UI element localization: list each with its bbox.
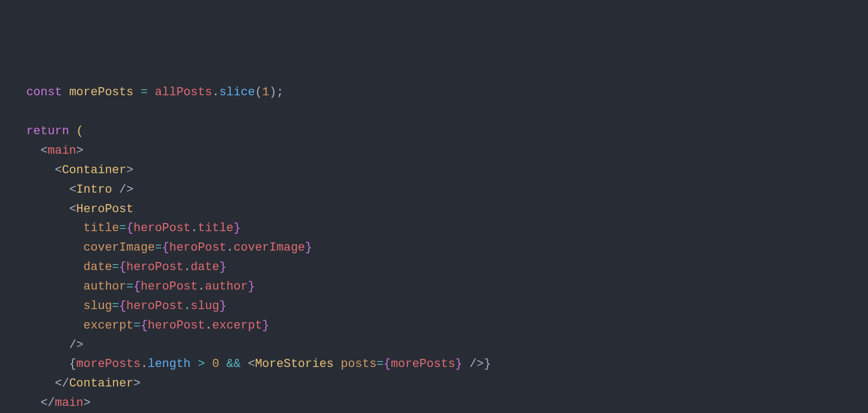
code-line-container-open: <Container>: [12, 163, 133, 177]
code-line-intro: <Intro />: [12, 183, 133, 196]
code-line-coverimage: coverImage={heroPost.coverImage}: [12, 241, 312, 254]
code-line-main-close: </main>: [12, 396, 90, 410]
code-line-return: return (: [12, 124, 83, 138]
code-line-date: date={heroPost.date}: [12, 260, 226, 274]
code-editor-content[interactable]: const morePosts = allPosts.slice(1); ret…: [0, 83, 868, 413]
code-line-heropost-close: />: [12, 338, 83, 352]
code-line-main-open: <main>: [12, 144, 83, 158]
code-line-excerpt: excerpt={heroPost.excerpt}: [12, 319, 269, 332]
code-line-title: title={heroPost.title}: [12, 221, 241, 235]
code-line-1: const morePosts = allPosts.slice(1);: [12, 86, 284, 99]
code-line-slug: slug={heroPost.slug}: [12, 299, 226, 313]
code-line-container-close: </Container>: [12, 377, 141, 390]
code-line-heropost-open: <HeroPost: [12, 202, 133, 216]
code-line-morestories: {morePosts.length > 0 && <MoreStories po…: [12, 357, 491, 371]
code-line-author: author={heroPost.author}: [12, 280, 255, 293]
